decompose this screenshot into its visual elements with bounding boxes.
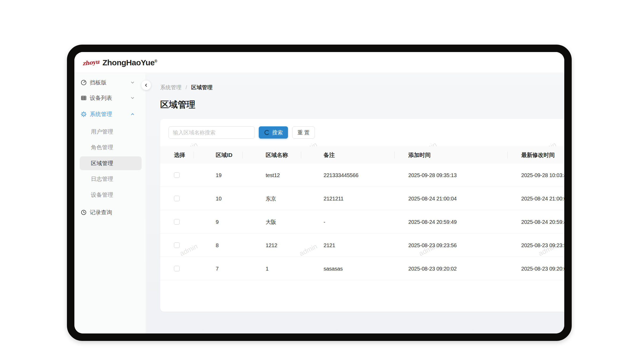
cell-added-time: 2025-08-24 20:59:49 <box>408 210 457 234</box>
cell-modified-time: 2025-08-23 09:23:5 <box>521 234 564 257</box>
search-button-label: 搜索 <box>272 129 283 136</box>
header-divider <box>194 152 194 159</box>
row-checkbox[interactable] <box>174 266 180 271</box>
cell-area-name: test12 <box>266 164 280 187</box>
row-checkbox[interactable] <box>174 219 180 225</box>
table-row: 9 大阪 - 2025-08-24 20:59:49 2025-08-24 20… <box>160 210 564 234</box>
cell-remark: - <box>324 210 325 234</box>
sidebar-item-label: 记录查询 <box>90 205 112 219</box>
sidebar-item-label: 设备列表 <box>90 91 112 105</box>
brand-name-text: ZhongHaoYue <box>103 58 155 67</box>
main-content: 系统管理 / 区域管理 区域管理 admin admin admin admin… <box>146 73 564 333</box>
column-header-added-time: 添加时间 <box>408 146 431 164</box>
clock-icon <box>80 209 87 216</box>
cell-added-time: 2025-09-28 09:35:13 <box>408 164 457 187</box>
cell-added-time: 2025-08-24 21:00:04 <box>408 187 457 210</box>
table-row: 19 test12 221333445566 2025-09-28 09:35:… <box>160 164 564 187</box>
app-header: zhoyu ZhongHaoYue® <box>74 52 564 73</box>
brand-name: ZhongHaoYue® <box>103 58 157 67</box>
cell-area-id: 19 <box>216 164 222 187</box>
row-checkbox[interactable] <box>174 242 180 248</box>
header-divider <box>395 152 395 159</box>
gear-icon <box>80 111 87 117</box>
sidebar-item-record-query[interactable]: 记录查询 <box>74 205 146 219</box>
cell-modified-time: 2025-08-24 21:00:0 <box>521 187 564 210</box>
header-divider <box>301 152 301 159</box>
search-arc-icon <box>264 130 270 135</box>
table-header: 选择 区域ID 区域名称 备注 添加时间 最新修改时间 <box>160 146 564 164</box>
cell-modified-time: 2025-08-24 20:59:4 <box>521 210 564 234</box>
brand-reg-mark: ® <box>155 59 157 63</box>
cell-area-name: 大阪 <box>266 210 276 234</box>
search-input[interactable] <box>168 126 255 139</box>
breadcrumb-parent[interactable]: 系统管理 <box>160 84 181 90</box>
table-grid-icon <box>80 95 87 101</box>
column-header-select: 选择 <box>174 146 185 164</box>
sidebar-subitem-log-management[interactable]: 日志管理 <box>80 172 142 186</box>
gauge-icon <box>80 79 87 86</box>
sidebar-item-dashboard[interactable]: 挡板版 <box>74 76 146 89</box>
cell-remark: 2121 <box>324 234 335 257</box>
sidebar: 挡板版 设备列表 <box>74 73 146 333</box>
cell-area-id: 7 <box>216 257 219 280</box>
cell-area-name: 东京 <box>266 187 276 210</box>
sidebar-subitem-device-management[interactable]: 设备管理 <box>80 188 142 202</box>
sidebar-collapse-button[interactable] <box>141 80 151 90</box>
sidebar-subitem-user-management[interactable]: 用户管理 <box>80 125 142 139</box>
table-row: 8 1212 2121 2025-08-23 09:23:56 2025-08-… <box>160 234 564 257</box>
page-title: 区域管理 <box>160 99 195 111</box>
sidebar-item-label: 系统管理 <box>90 107 112 121</box>
search-button[interactable]: 搜索 <box>259 126 288 139</box>
table-body: 19 test12 221333445566 2025-09-28 09:35:… <box>160 164 564 280</box>
cell-remark: sasasas <box>324 257 343 280</box>
chevron-up-icon <box>130 112 135 117</box>
chevron-down-icon <box>130 80 135 85</box>
page: zhoyu ZhongHaoYue® 挡板版 <box>0 0 636 364</box>
column-header-area-id: 区域ID <box>216 146 232 164</box>
reset-button[interactable]: 重 置 <box>292 126 315 139</box>
cell-remark: 2121211 <box>324 187 344 210</box>
cell-area-id: 10 <box>216 187 222 210</box>
cell-area-id: 9 <box>216 210 219 234</box>
cell-added-time: 2025-08-23 09:20:02 <box>408 257 457 280</box>
header-divider <box>243 152 243 159</box>
table-row: 10 东京 2121211 2025-08-24 21:00:04 2025-0… <box>160 187 564 210</box>
brand: zhoyu ZhongHaoYue® <box>82 52 157 73</box>
header-divider <box>507 152 508 159</box>
sidebar-subitem-role-management[interactable]: 角色管理 <box>80 140 142 154</box>
brand-logo-icon: zhoyu <box>82 58 100 67</box>
breadcrumb: 系统管理 / 区域管理 <box>160 84 213 91</box>
cell-area-name: 1212 <box>266 234 277 257</box>
column-header-remark: 备注 <box>324 146 335 164</box>
table-row: 7 1 sasasas 2025-08-23 09:20:02 2025-08-… <box>160 257 564 280</box>
app-body: 挡板版 设备列表 <box>74 73 564 333</box>
chevron-down-icon <box>130 96 135 100</box>
cell-area-name: 1 <box>266 257 269 280</box>
column-header-area-name: 区域名称 <box>266 146 288 164</box>
breadcrumb-separator: / <box>186 84 187 90</box>
sidebar-subitem-area-management[interactable]: 区域管理 <box>80 156 142 170</box>
breadcrumb-current: 区域管理 <box>191 84 213 90</box>
cell-modified-time: 2025-08-23 09:20:0 <box>521 257 564 280</box>
sidebar-item-label: 挡板版 <box>90 76 107 89</box>
app-window: zhoyu ZhongHaoYue® 挡板版 <box>74 52 564 333</box>
cell-modified-time: 2025-09-28 10:03:4 <box>521 164 564 187</box>
cell-area-id: 8 <box>216 234 219 257</box>
row-checkbox[interactable] <box>174 196 180 201</box>
column-header-modified-time: 最新修改时间 <box>521 146 555 164</box>
search-toolbar: 搜索 重 置 <box>160 119 564 146</box>
chevron-left-icon <box>143 83 149 88</box>
sidebar-item-device-list[interactable]: 设备列表 <box>74 91 146 105</box>
content-card: admin admin admin admin admin admin admi… <box>160 119 564 312</box>
device-frame: zhoyu ZhongHaoYue® 挡板版 <box>67 45 572 341</box>
sidebar-item-system-management[interactable]: 系统管理 <box>74 107 146 121</box>
cell-added-time: 2025-08-23 09:23:56 <box>408 234 457 257</box>
cell-remark: 221333445566 <box>324 164 358 187</box>
row-checkbox[interactable] <box>174 172 180 178</box>
